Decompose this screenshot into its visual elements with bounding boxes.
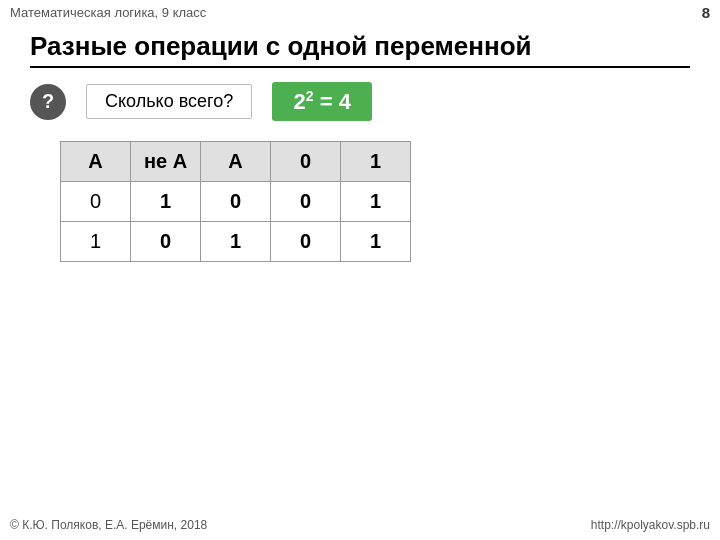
cell-r1-A: 0 — [61, 182, 131, 222]
top-bar: Математическая логика, 9 класс 8 — [0, 0, 720, 25]
subject-label: Математическая логика, 9 класс — [10, 5, 206, 20]
col-header-1: 1 — [341, 142, 411, 182]
col-header-0: 0 — [271, 142, 341, 182]
table-row: 1 0 1 0 1 — [61, 222, 411, 262]
truth-table: A не A A 0 1 0 1 0 0 1 1 0 1 0 1 — [60, 141, 411, 262]
cell-r2-1: 1 — [341, 222, 411, 262]
footer: © К.Ю. Поляков, Е.А. Ерёмин, 2018 http:/… — [10, 518, 710, 532]
main-content: Разные операции с одной переменной ? Ско… — [0, 25, 720, 272]
page-title: Разные операции с одной переменной — [30, 31, 690, 68]
cell-r1-notA: 1 — [131, 182, 201, 222]
cell-r2-A: 1 — [61, 222, 131, 262]
cell-r1-A2: 0 — [201, 182, 271, 222]
question-row: ? Сколько всего? 22 = 4 — [30, 82, 690, 121]
footer-left: © К.Ю. Поляков, Е.А. Ерёмин, 2018 — [10, 518, 207, 532]
table-header-row: A не A A 0 1 — [61, 142, 411, 182]
footer-right: http://kpolyakov.spb.ru — [591, 518, 710, 532]
answer-base: 2 — [294, 89, 306, 114]
question-badge: ? — [30, 84, 66, 120]
cell-r2-notA: 0 — [131, 222, 201, 262]
question-text-box: Сколько всего? — [86, 84, 252, 119]
answer-box: 22 = 4 — [272, 82, 372, 121]
col-header-notA: не A — [131, 142, 201, 182]
col-header-A2: A — [201, 142, 271, 182]
table-row: 0 1 0 0 1 — [61, 182, 411, 222]
answer-eq: = 4 — [314, 89, 351, 114]
cell-r1-1: 1 — [341, 182, 411, 222]
cell-r2-A2: 1 — [201, 222, 271, 262]
page-number: 8 — [702, 4, 710, 21]
cell-r1-0: 0 — [271, 182, 341, 222]
col-header-A: A — [61, 142, 131, 182]
answer-exp: 2 — [306, 88, 314, 104]
cell-r2-0: 0 — [271, 222, 341, 262]
